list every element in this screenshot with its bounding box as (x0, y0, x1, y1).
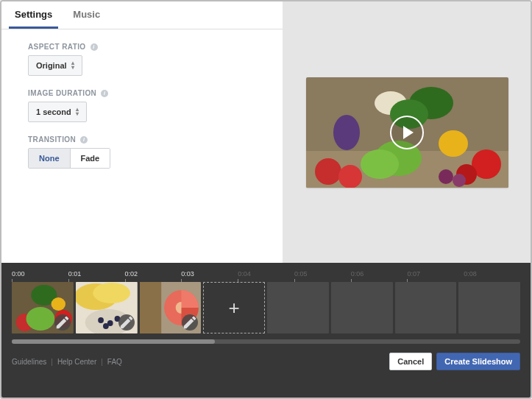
timeline-track: + (12, 282, 520, 333)
empty-slot (458, 282, 520, 333)
image-duration-label: IMAGE DURATION i (28, 89, 272, 97)
caret-icon (71, 60, 74, 71)
preview-pane (283, 1, 531, 263)
transition-none-button[interactable]: None (29, 149, 71, 168)
tab-music[interactable]: Music (67, 1, 106, 29)
svg-point-28 (103, 323, 109, 329)
tab-settings[interactable]: Settings (9, 1, 58, 29)
timeline-panel: 0:00 0:01 0:02 0:03 0:04 0:05 0:06 0:07 … (1, 263, 531, 398)
svg-point-2 (315, 158, 341, 185)
transition-label-text: TRANSITION (28, 135, 76, 144)
faq-link[interactable]: FAQ (107, 358, 122, 366)
tick: 0:00 (12, 270, 68, 280)
timeline: 0:00 0:01 0:02 0:03 0:04 0:05 0:06 0:07 … (1, 263, 531, 347)
upper-pane: Settings Music ASPECT RATIO i Original (1, 1, 531, 263)
tick: 0:08 (464, 270, 520, 280)
preview-image (306, 77, 508, 188)
image-duration-field: IMAGE DURATION i 1 second (28, 89, 272, 122)
time-ticks: 0:00 0:01 0:02 0:03 0:04 0:05 0:06 0:07 … (12, 270, 520, 280)
svg-point-11 (361, 149, 399, 179)
empty-slot (267, 282, 329, 333)
settings-body: ASPECT RATIO i Original IMAGE DURATION i… (1, 29, 283, 192)
svg-rect-30 (140, 282, 161, 333)
tick: 0:06 (351, 270, 408, 280)
edit-slide-button[interactable] (118, 314, 135, 331)
aspect-ratio-value: Original (36, 61, 67, 70)
tick: 0:01 (68, 270, 125, 280)
transition-field: TRANSITION i None Fade (28, 135, 272, 169)
settings-panel: Settings Music ASPECT RATIO i Original (1, 1, 283, 263)
svg-point-12 (333, 115, 360, 150)
edit-slide-button[interactable] (182, 314, 198, 331)
cancel-button[interactable]: Cancel (389, 353, 432, 370)
svg-point-6 (439, 130, 468, 157)
svg-point-25 (98, 317, 104, 323)
svg-point-20 (52, 297, 65, 311)
edit-slide-button[interactable] (54, 314, 71, 331)
caret-icon (76, 107, 79, 117)
image-duration-label-text: IMAGE DURATION (28, 89, 96, 97)
empty-slot (331, 282, 393, 333)
create-slideshow-button[interactable]: Create Slideshow (436, 353, 520, 370)
tick: 0:07 (407, 270, 464, 280)
info-icon[interactable]: i (80, 136, 88, 144)
tick: 0:02 (125, 270, 182, 280)
tick: 0:05 (294, 270, 351, 280)
image-duration-value: 1 second (36, 107, 71, 116)
info-icon[interactable]: i (101, 90, 108, 97)
aspect-ratio-select[interactable]: Original (28, 55, 82, 76)
add-slide-button[interactable]: + (203, 282, 265, 333)
timeline-slide[interactable] (76, 282, 138, 333)
image-duration-select[interactable]: 1 second (28, 102, 87, 122)
timeline-slide[interactable] (12, 282, 74, 333)
svg-point-23 (93, 283, 130, 303)
tab-bar: Settings Music (1, 1, 283, 29)
svg-point-14 (453, 174, 466, 187)
timeline-scrollbar[interactable] (12, 339, 520, 344)
guidelines-link[interactable]: Guidelines (12, 358, 46, 366)
transition-label: TRANSITION i (28, 135, 272, 144)
plus-icon: + (229, 298, 240, 317)
svg-point-3 (338, 165, 362, 188)
footer-actions: Cancel Create Slideshow (389, 353, 520, 370)
info-icon[interactable]: i (91, 43, 98, 51)
svg-point-13 (439, 169, 453, 184)
tick: 0:04 (238, 270, 294, 280)
footer: Guidelines | Help Center | FAQ Cancel Cr… (1, 347, 531, 378)
play-button[interactable] (390, 116, 424, 149)
aspect-ratio-label: ASPECT RATIO i (28, 43, 272, 51)
svg-point-18 (26, 307, 54, 331)
footer-links: Guidelines | Help Center | FAQ (12, 358, 122, 366)
timeline-slide[interactable] (140, 282, 202, 333)
empty-slot (395, 282, 457, 333)
aspect-ratio-field: ASPECT RATIO i Original (28, 43, 272, 76)
aspect-ratio-label-text: ASPECT RATIO (28, 43, 86, 51)
slideshow-editor: Settings Music ASPECT RATIO i Original (0, 0, 532, 399)
help-center-link[interactable]: Help Center (57, 358, 96, 366)
tick: 0:03 (181, 270, 238, 280)
scrollbar-thumb[interactable] (12, 339, 215, 344)
transition-fade-button[interactable]: Fade (71, 149, 110, 168)
transition-segmented: None Fade (28, 148, 110, 169)
